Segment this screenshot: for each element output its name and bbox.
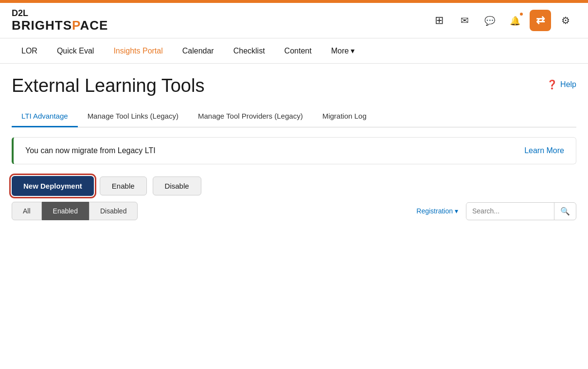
filter-tabs: All Enabled Disabled [12,202,138,220]
header-icons [428,10,576,31]
nav-item-insights-portal[interactable]: Insights Portal [104,39,172,63]
switch-icon-button[interactable] [530,10,551,31]
tab-manage-tool-links[interactable]: Manage Tool Links (Legacy) [78,106,188,127]
mail-icon-button[interactable] [454,10,475,31]
logo-d2l: D2L [12,9,108,18]
help-label: Help [560,80,576,89]
chat-icon-button[interactable] [479,10,500,31]
page-header: External Learning Tools Help [12,75,576,96]
logo[interactable]: D2L BRIGHTSPACE [12,9,108,32]
search-button[interactable] [554,203,576,220]
search-input[interactable] [466,203,554,219]
enable-button[interactable]: Enable [100,176,147,195]
arrows-icon [536,14,545,27]
filter-bar: All Enabled Disabled Registration [12,202,576,220]
logo-accent: P [72,18,80,33]
gear-icon [561,15,570,26]
action-bar: New Deployment Enable Disable [12,176,576,196]
grid-icon-button[interactable] [428,10,450,31]
logo-brightspace: BRIGHTSPACE [12,18,108,33]
bell-icon-button[interactable] [504,10,526,31]
registration-label: Registration [416,207,453,215]
chat-icon [484,15,495,26]
filter-right: Registration [416,202,576,220]
gear-icon-button[interactable] [555,10,576,31]
filter-tab-disabled[interactable]: Disabled [89,202,138,220]
nav-item-content[interactable]: Content [275,39,321,63]
header: D2L BRIGHTSPACE [0,3,588,38]
nav-item-more[interactable]: More [321,38,364,63]
tab-migration-log[interactable]: Migration Log [313,106,376,127]
bell-icon [510,15,520,26]
learn-more-link[interactable]: Learn More [524,146,564,155]
mail-icon [461,15,469,26]
filter-tab-enabled[interactable]: Enabled [42,202,89,220]
help-circle-icon [547,79,557,90]
filter-tab-all[interactable]: All [12,202,42,220]
notification-badge [519,12,524,17]
page-title: External Learning Tools [12,75,204,96]
tab-lti-advantage[interactable]: LTI Advantage [12,106,78,127]
nav-item-quick-eval[interactable]: Quick Eval [47,39,104,63]
notice-text: You can now migrate from Legacy LTI [25,146,156,155]
disable-button[interactable]: Disable [153,176,201,195]
new-deployment-button[interactable]: New Deployment [12,176,94,196]
grid-icon [435,14,444,27]
nav-item-calendar[interactable]: Calendar [173,39,224,63]
nav-item-checklist[interactable]: Checklist [224,39,275,63]
chevron-down-icon [351,46,355,55]
help-link[interactable]: Help [547,79,576,90]
search-icon [560,207,570,215]
tabs-bar: LTI Advantage Manage Tool Links (Legacy)… [12,106,576,127]
nav-item-lor[interactable]: LOR [12,39,47,63]
search-box [466,202,576,220]
tab-manage-tool-providers[interactable]: Manage Tool Providers (Legacy) [188,106,313,127]
chevron-down-icon [455,207,458,215]
registration-dropdown[interactable]: Registration [416,207,458,215]
navigation: LOR Quick Eval Insights Portal Calendar … [0,38,588,64]
notice-banner: You can now migrate from Legacy LTI Lear… [12,137,576,164]
main-content: External Learning Tools Help LTI Advanta… [0,64,588,228]
